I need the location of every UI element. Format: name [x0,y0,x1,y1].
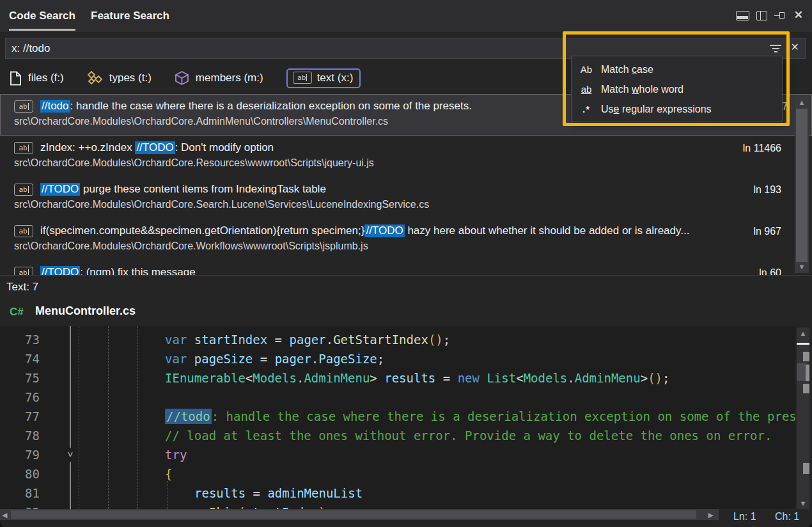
result-row[interactable]: ab//TODO: (ngm) fix this messageln 60 [0,260,812,275]
filter-options-icon[interactable] [769,43,782,54]
caret-position-marker [797,343,809,345]
fold-chevron-icon[interactable]: ˅ [63,448,78,462]
line-number: 79 [0,445,40,464]
scroll-down-icon[interactable]: ▼ [795,262,809,272]
result-row[interactable]: abif(specimen.compute&&specimen.getOrien… [0,219,812,260]
text-match-icon: ab [14,267,33,276]
match-case-icon: Ab [572,64,601,75]
status-column-number: Ch: 1 [775,511,799,523]
menu-item-match-case[interactable]: Ab Match case [572,59,782,79]
file-icon [10,71,22,86]
code-line: 76 [0,388,795,407]
dock-bottom-icon[interactable] [736,11,749,20]
text-match-icon: ab [14,142,33,154]
scroll-left-icon[interactable]: ◀ [2,510,7,519]
result-file-path: src\OrchardCore.Modules\OrchardCore.Reso… [14,157,812,169]
result-file-path: src\OrchardCore.Modules\OrchardCore.Sear… [14,199,812,210]
code-line: 77//todo: handle the case where there is… [0,407,795,426]
editor-scrollbar[interactable]: ▲ ▼ [797,327,809,509]
line-number: 75 [0,368,40,388]
result-line-number: ln 11466 [743,143,781,154]
code-line: 81results = adminMenuList [0,484,795,503]
pin-icon[interactable] [774,10,787,20]
status-bar: Ln: 1 Ch: 1 [719,509,812,527]
tab-feature-search[interactable]: Feature Search [91,0,169,32]
line-number: 82 [0,503,40,509]
code-line: 80{ [0,464,795,484]
search-query-text: x: //todo [12,38,50,58]
result-file-path: src\OrchardCore.Modules\OrchardCore.Work… [14,240,812,252]
code-line: 74var pageSize = pager.PageSize; [0,349,795,368]
filter-members-button[interactable]: members (m:) [175,70,263,86]
line-number: 77 [0,407,40,426]
menu-item-match-whole-word[interactable]: ab Match whole word [572,79,782,99]
line-number: 78 [0,426,40,445]
window-controls: ✕ [736,10,803,20]
horizontal-scrollbar-thumb[interactable] [11,510,696,519]
match-whole-word-icon: ab [572,84,601,95]
result-line-number: ln 967 [753,226,781,237]
match-marker [803,352,809,361]
close-icon[interactable]: ✕ [794,10,803,20]
text-match-icon: ab [14,184,33,196]
scroll-down-icon[interactable]: ▼ [797,498,809,508]
search-options-menu: Ab Match case ab Match whole word .* Use… [571,56,783,122]
line-number: 74 [0,349,40,368]
result-row[interactable]: ab//TODO purge these content items from … [0,177,812,219]
code-preview-editor[interactable]: 73var startIndex = pager.GetStartIndex()… [0,326,795,509]
text-match-icon: ab [293,72,312,84]
match-marker [803,463,809,474]
code-line: 73var startIndex = pager.GetStartIndex()… [0,330,795,349]
results-scrollbar[interactable]: ▲ ▼ [795,96,809,273]
types-icon [87,70,103,86]
results-scrollbar-thumb[interactable] [796,109,808,262]
code-line: 78// load at least the ones without erro… [0,426,795,445]
result-line-number: ln 60 [759,267,781,275]
line-number: 73 [0,330,40,349]
horizontal-scrollbar[interactable]: ◀ ▶ [0,509,719,520]
members-cube-icon [175,70,189,86]
code-search-window: Code Search Feature Search ✕ x: //todo ✕… [0,0,812,527]
regex-icon: .* [572,104,601,114]
editor-scrollbar-thumb[interactable] [797,363,806,381]
text-match-icon: ab [14,100,33,113]
filter-types-button[interactable]: types (t:) [87,70,152,86]
result-row[interactable]: abzIndex: ++o.zIndex //TODO: Don't modif… [0,136,812,177]
result-line-number: ln 193 [753,184,781,196]
text-match-icon: ab [14,225,33,237]
filter-files-button[interactable]: files (f:) [10,71,64,86]
tab-code-search[interactable]: Code Search [9,0,75,32]
line-number: 80 [0,464,40,484]
code-line: 75IEnumerable<Models.AdminMenu> results … [0,368,795,388]
scroll-right-icon[interactable]: ▶ [708,510,714,519]
result-line-number: 7 [782,101,788,113]
tab-bar: Code Search Feature Search ✕ [0,0,812,32]
scroll-up-icon[interactable]: ▲ [797,328,809,338]
dock-side-icon[interactable] [756,11,767,20]
status-line-number: Ln: 1 [733,511,756,523]
filter-text-button[interactable]: ab text (x:) [286,68,361,88]
scroll-up-icon[interactable]: ▲ [795,97,809,107]
line-number: 81 [0,484,40,503]
menu-item-use-regex[interactable]: .* Use regular expressions [572,99,782,119]
results-count-label: Text: 7 [6,281,38,294]
match-marker [803,384,809,393]
clear-search-icon[interactable]: ✕ [791,41,799,53]
filter-row: files (f:) types (t:) [0,64,361,92]
preview-filename: MenuController.cs [35,304,136,318]
code-line: 79˅try [0,445,795,464]
preview-header: C# MenuController.cs [0,299,812,326]
results-count-band: Text: 7 [0,275,812,300]
code-line: 82.Skip(startIndex) [0,503,795,509]
csharp-file-icon: C# [10,306,24,319]
line-number: 76 [0,388,40,407]
